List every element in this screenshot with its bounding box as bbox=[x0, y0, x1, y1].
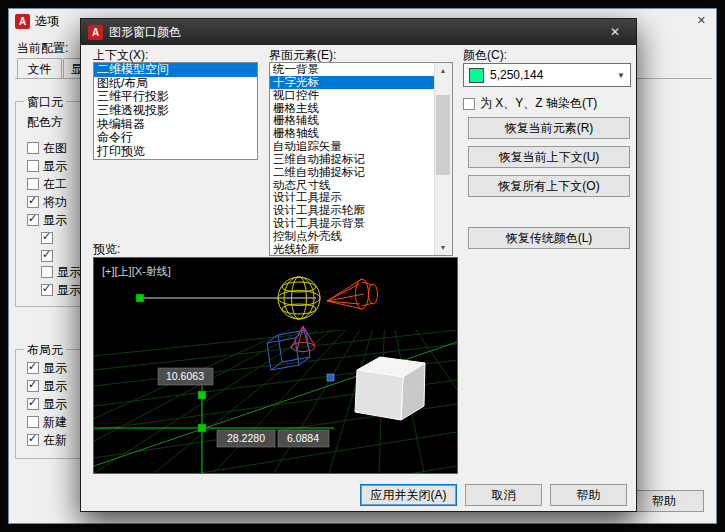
checkbox-icon[interactable] bbox=[27, 434, 39, 446]
grip-squares bbox=[136, 294, 206, 432]
options-checkbox-row[interactable]: 新建 bbox=[27, 415, 67, 429]
checkbox-label: 显示 bbox=[43, 158, 67, 175]
options-checkbox-row[interactable]: 显示 bbox=[41, 283, 81, 297]
list-item[interactable]: 控制点外壳线 bbox=[270, 230, 435, 243]
scrollbar[interactable]: ▲ ▼ bbox=[434, 63, 452, 255]
list-item[interactable]: 光线轮廓 bbox=[270, 243, 435, 256]
interface-elements-items: 统一背景 十字光标 视口控件 栅格主线 栅格辅线 栅格轴线 自动追踪矢量 三维自… bbox=[270, 63, 435, 255]
checkbox-label: 显示 bbox=[43, 378, 67, 395]
list-item[interactable]: 栅格辅线 bbox=[270, 114, 435, 127]
checkbox-icon[interactable] bbox=[27, 142, 39, 154]
scroll-down-icon[interactable]: ▼ bbox=[435, 240, 451, 255]
options-checkbox-row[interactable]: 在图 bbox=[27, 141, 67, 155]
list-item[interactable]: 栅格主线 bbox=[270, 102, 435, 115]
close-icon[interactable]: ✕ bbox=[697, 14, 706, 27]
readout-value: 6.0884 bbox=[287, 432, 319, 444]
list-item[interactable]: 块编辑器 bbox=[94, 118, 257, 132]
cancel-button[interactable]: 取消 bbox=[465, 484, 542, 506]
list-item[interactable]: 命令行 bbox=[94, 131, 257, 145]
readout-value: 10.6063 bbox=[166, 370, 204, 382]
scroll-up-icon[interactable]: ▲ bbox=[435, 63, 451, 78]
preview-viewport[interactable]: 10.6063 28.2280 6.0884 [+][上][X-射线] bbox=[93, 257, 458, 474]
list-item[interactable]: 动态尺寸线 bbox=[270, 179, 435, 192]
checkbox-icon[interactable] bbox=[27, 380, 39, 392]
label-text: 配色方 bbox=[27, 114, 63, 131]
checkbox-icon[interactable] bbox=[27, 398, 39, 410]
list-item[interactable]: 十字光标 bbox=[270, 76, 435, 89]
list-item[interactable]: 栅格轴线 bbox=[270, 127, 435, 140]
scrollbar-thumb[interactable] bbox=[436, 95, 450, 175]
options-checkbox-row[interactable]: 显示 bbox=[27, 361, 67, 375]
preview-scene: 10.6063 28.2280 6.0884 [+][上][X-射线] bbox=[94, 258, 457, 473]
checkbox-label: 为 X、Y、Z 轴染色(T) bbox=[480, 95, 597, 112]
checkbox-icon[interactable] bbox=[27, 178, 39, 190]
checkbox-label: 显示 bbox=[57, 282, 81, 299]
dialog-titlebar[interactable]: A 图形窗口颜色 ✕ bbox=[81, 19, 636, 45]
solid-cube bbox=[355, 357, 425, 420]
restore-current-element-button[interactable]: 恢复当前元素(R) bbox=[468, 117, 630, 139]
checkbox-label: 在新 bbox=[43, 432, 67, 449]
list-item[interactable]: 三维自动捕捉标记 bbox=[270, 153, 435, 166]
autocad-icon: A bbox=[88, 25, 103, 40]
options-checkbox-row[interactable]: 显示 bbox=[27, 159, 67, 173]
options-checkbox-row[interactable]: 显示 bbox=[27, 397, 67, 411]
tab-files[interactable]: 文件 bbox=[17, 58, 62, 78]
options-checkbox-row[interactable]: 显示 bbox=[27, 379, 67, 393]
checkbox-label: 将功 bbox=[43, 194, 67, 211]
checkbox-label: 新建 bbox=[43, 414, 67, 431]
checkbox-icon[interactable] bbox=[27, 160, 39, 172]
list-item[interactable]: 设计工具提示 bbox=[270, 191, 435, 204]
apply-and-close-button[interactable]: 应用并关闭(A) bbox=[360, 484, 457, 506]
blue-grip bbox=[327, 374, 334, 381]
checkbox-label: 在图 bbox=[43, 140, 67, 157]
checkbox-label: 显示 bbox=[43, 360, 67, 377]
options-checkbox-row[interactable]: 显示 bbox=[41, 265, 81, 279]
checkbox-label: 显示 bbox=[57, 264, 81, 281]
list-item[interactable]: 设计工具提示背景 bbox=[270, 217, 435, 230]
options-checkbox-row[interactable]: 显示 bbox=[27, 213, 67, 227]
options-checkbox-row[interactable]: 在工 bbox=[27, 177, 67, 191]
checkbox-icon[interactable] bbox=[27, 196, 39, 208]
restore-current-context-button[interactable]: 恢复当前上下文(U) bbox=[468, 146, 630, 168]
chevron-down-icon[interactable]: ▼ bbox=[612, 71, 630, 80]
checkbox-icon[interactable] bbox=[41, 284, 53, 296]
checkbox-icon[interactable] bbox=[27, 416, 39, 428]
list-item[interactable]: 三维平行投影 bbox=[94, 90, 257, 104]
color-value: 5,250,144 bbox=[490, 68, 606, 82]
interface-elements-listbox[interactable]: 统一背景 十字光标 视口控件 栅格主线 栅格辅线 栅格轴线 自动追踪矢量 三维自… bbox=[269, 62, 453, 256]
checkbox-label: 在工 bbox=[43, 176, 67, 193]
color-scheme-label: 配色方 bbox=[27, 115, 63, 129]
checkbox-icon[interactable] bbox=[463, 98, 475, 110]
list-item[interactable]: 三维透视投影 bbox=[94, 104, 257, 118]
checkbox-label: 显示 bbox=[43, 396, 67, 413]
checkbox-icon[interactable] bbox=[27, 362, 39, 374]
tint-xyz-checkbox[interactable]: 为 X、Y、Z 轴染色(T) bbox=[463, 95, 597, 112]
checkbox-icon[interactable] bbox=[41, 266, 53, 278]
autocad-icon: A bbox=[15, 14, 30, 29]
checkbox-icon[interactable] bbox=[27, 214, 39, 226]
restore-all-contexts-button[interactable]: 恢复所有上下文(O) bbox=[468, 175, 630, 197]
list-item[interactable]: 打印预览 bbox=[94, 145, 257, 159]
checkbox-icon[interactable] bbox=[41, 250, 53, 262]
options-checkbox-row[interactable]: 将功 bbox=[27, 195, 67, 209]
list-item[interactable]: 二维自动捕捉标记 bbox=[270, 166, 435, 179]
list-item[interactable]: 设计工具提示轮廓 bbox=[270, 204, 435, 217]
options-checkbox-row[interactable]: 在新 bbox=[27, 433, 67, 447]
groupbox-label: 窗口元 bbox=[24, 94, 66, 111]
list-item[interactable]: 图纸/布局 bbox=[94, 77, 257, 91]
color-dropdown[interactable]: 5,250,144 ▼ bbox=[463, 63, 631, 87]
groupbox-label: 布局元 bbox=[24, 342, 66, 359]
options-checkbox-row[interactable] bbox=[41, 249, 57, 263]
help-button[interactable]: 帮助 bbox=[550, 484, 627, 506]
list-item[interactable]: 自动追踪矢量 bbox=[270, 140, 435, 153]
checkbox-icon[interactable] bbox=[41, 232, 53, 244]
viewport-controls-label[interactable]: [+][上][X-射线] bbox=[102, 265, 171, 277]
context-listbox[interactable]: 二维模型空间 图纸/布局 三维平行投影 三维透视投影 块编辑器 命令行 打印预览 bbox=[93, 62, 258, 160]
list-item[interactable]: 统一背景 bbox=[270, 63, 435, 76]
list-item[interactable]: 视口控件 bbox=[270, 89, 435, 102]
list-item[interactable]: 二维模型空间 bbox=[94, 63, 257, 77]
close-icon[interactable]: ✕ bbox=[594, 19, 636, 45]
options-checkbox-row[interactable] bbox=[41, 231, 57, 245]
restore-classic-colors-button[interactable]: 恢复传统颜色(L) bbox=[468, 227, 630, 249]
current-profile-label: 当前配置: bbox=[17, 40, 68, 57]
